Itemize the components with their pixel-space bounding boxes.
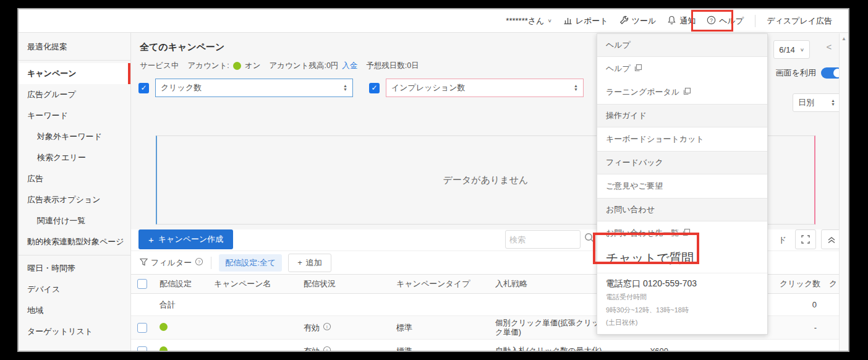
- table-row[interactable]: 有効 i 標準 自動入札(クリック数の最大化) ¥600 - -: [131, 340, 848, 351]
- search-icon[interactable]: [584, 232, 595, 246]
- metric1-value: クリック数: [161, 82, 202, 93]
- phone-hours-label: 電話受付時間: [597, 291, 767, 304]
- sidebar-item-optimization[interactable]: 最適化提案: [19, 36, 130, 58]
- phone-number: 電話窓口 0120-559-703: [597, 273, 767, 291]
- sidebar-item-regions[interactable]: 地域: [19, 300, 130, 321]
- sidebar-item-campaigns[interactable]: キャンペーン: [19, 63, 130, 84]
- check-icon: ✓: [371, 84, 377, 92]
- info-icon[interactable]: i: [323, 346, 331, 351]
- sidebar-item-devices[interactable]: デバイス: [19, 279, 130, 300]
- fullscreen-button[interactable]: [795, 229, 816, 249]
- sidebar-item-negative-keywords[interactable]: 対象外キーワード: [19, 126, 130, 147]
- scroll-up-icon[interactable]: ▲: [841, 36, 846, 351]
- col-clicks[interactable]: クリック数: [773, 278, 823, 289]
- col-delivery[interactable]: 配信設定: [153, 278, 208, 289]
- screen-toggle-row: 画面を利用: [776, 67, 843, 79]
- sidebar-divider: [19, 60, 130, 61]
- chart-empty-message: データがありません: [443, 174, 529, 186]
- screen-toggle-label: 画面を利用: [776, 67, 816, 79]
- col-bid[interactable]: 入札戦略: [489, 278, 613, 289]
- keyboard-shortcuts-link[interactable]: キーボードショートカット: [597, 127, 767, 151]
- phone-hours: 9時30分~12時、13時~18時: [597, 304, 767, 317]
- contact-list-link[interactable]: お問い合わせ先一覧: [597, 221, 767, 245]
- row-checkbox[interactable]: [137, 323, 147, 333]
- feedback-link[interactable]: ご意見やご要望: [597, 174, 767, 198]
- metric2-select[interactable]: インプレッション数 ▲▼: [386, 79, 584, 97]
- help-menu-item[interactable]: ? ヘルプ: [707, 15, 744, 27]
- date-range-value: 6/14: [779, 45, 794, 54]
- sidebar-item-keywords[interactable]: キーワード: [19, 105, 130, 126]
- delivery-on-dot-icon[interactable]: [160, 323, 168, 331]
- account-label: アカウント:: [187, 61, 229, 71]
- external-link-icon: [634, 64, 642, 74]
- report-menu-item[interactable]: レポート: [563, 15, 608, 27]
- delivery-filter-chip[interactable]: 配信設定:全て: [219, 254, 282, 272]
- create-campaign-label: キャンペーン作成: [158, 234, 224, 245]
- tools-label: ツール: [632, 15, 657, 27]
- filter-button[interactable]: フィルター ?: [140, 257, 203, 268]
- sidebar-item-search-queries[interactable]: 検索クエリー: [19, 147, 130, 168]
- sidebar-item-ad-groups[interactable]: 広告グループ: [19, 84, 130, 105]
- app-window: *******さん ∨ レポート ツール 通知 ? ヘルプ: [17, 8, 849, 352]
- sidebar-item-ad-extensions[interactable]: 広告表示オプション: [19, 189, 130, 210]
- granularity-select[interactable]: 日別 ▲▼: [793, 93, 841, 112]
- row-bid: 個別クリック単価(拡張クリック単価): [489, 319, 613, 336]
- total-label: 合計: [153, 299, 208, 311]
- account-on-dot-icon: [233, 62, 241, 70]
- question-circle-icon: ?: [707, 15, 716, 27]
- sidebar-item-target-lists[interactable]: ターゲットリスト: [19, 321, 130, 342]
- sidebar-item-associations[interactable]: 関連付け一覧: [19, 210, 130, 231]
- create-campaign-button[interactable]: + キャンペーン作成: [138, 229, 233, 249]
- row-state: 有効: [304, 346, 320, 352]
- vertical-scrollbar[interactable]: ▲: [839, 33, 848, 351]
- add-filter-button[interactable]: + 追加: [288, 254, 331, 272]
- bell-icon: [667, 15, 676, 27]
- sidebar-divider: [19, 255, 130, 255]
- filter-help-icon[interactable]: ?: [195, 257, 203, 268]
- prev-period-button[interactable]: <: [826, 41, 832, 52]
- help-section-header: ヘルプ: [597, 34, 767, 57]
- svg-text:i: i: [326, 324, 328, 330]
- col-name[interactable]: キャンペーン名: [208, 278, 297, 289]
- account-state: オン: [245, 61, 261, 71]
- filter-icon: [140, 258, 148, 268]
- spinner-icon: ▲▼: [831, 99, 835, 106]
- metric1-select[interactable]: クリック数 ▲▼: [155, 79, 353, 97]
- deposit-link[interactable]: 入金: [342, 61, 357, 71]
- display-ads-link[interactable]: ディスプレイ広告: [767, 15, 832, 27]
- notifications-menu-item[interactable]: 通知: [667, 15, 696, 27]
- row-clicks: -: [773, 323, 823, 332]
- help-link[interactable]: ヘルプ: [597, 57, 767, 80]
- svg-text:?: ?: [198, 259, 200, 265]
- date-range-picker[interactable]: 6/14 ∨: [773, 40, 810, 59]
- col-state[interactable]: 配信状況: [297, 278, 390, 289]
- info-icon[interactable]: i: [323, 322, 331, 333]
- learning-portal-link[interactable]: ラーニングポータル: [597, 80, 767, 104]
- guide-section-header: 操作ガイド: [597, 104, 767, 127]
- col-type[interactable]: キャンペーンタイプ: [390, 278, 489, 289]
- external-link-icon: [683, 228, 691, 238]
- service-status: サービス中: [140, 61, 179, 71]
- metric2-checkbox[interactable]: ✓: [369, 83, 380, 93]
- row-checkbox[interactable]: [137, 346, 147, 352]
- sidebar-item-ads[interactable]: 広告: [19, 168, 130, 189]
- row-budget: ¥600: [613, 346, 674, 351]
- filter-divider: [211, 257, 211, 269]
- svg-text:i: i: [326, 348, 328, 351]
- sidebar-item-dynamic-pages[interactable]: 動的検索連動型対象ページ: [19, 231, 130, 252]
- sidebar-item-day-time[interactable]: 曜日・時間帯: [19, 258, 130, 279]
- row-type: 標準: [390, 346, 489, 352]
- metric1-checkbox[interactable]: ✓: [138, 83, 149, 93]
- help-label: ヘルプ: [719, 15, 744, 27]
- chat-question-link[interactable]: チャットで質問: [597, 245, 767, 273]
- partial-button-label[interactable]: ド: [778, 234, 786, 246]
- user-menu[interactable]: *******さん ∨: [506, 15, 551, 27]
- delivery-on-dot-icon[interactable]: [160, 346, 168, 352]
- search-input[interactable]: [505, 230, 581, 249]
- user-name: *******さん: [506, 15, 544, 27]
- tools-menu-item[interactable]: ツール: [619, 15, 657, 27]
- select-all-checkbox[interactable]: [137, 279, 147, 289]
- topbar-divider: [755, 15, 755, 27]
- wrench-icon: [619, 15, 629, 27]
- balance-label: アカウント残高:0円: [269, 61, 338, 71]
